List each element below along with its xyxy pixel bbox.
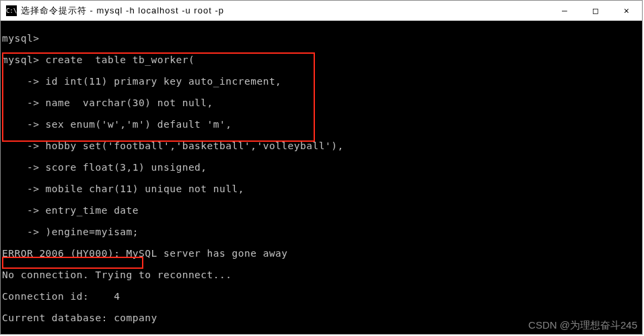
create-line: -> id int(11) primary key auto_increment… bbox=[2, 76, 642, 87]
window: C:\ 选择命令提示符 - mysql -h localhost -u root… bbox=[0, 0, 643, 335]
watermark: CSDN @为理想奋斗245 bbox=[528, 319, 637, 332]
create-line: -> score float(3,1) unsigned, bbox=[2, 162, 642, 173]
maximize-button[interactable]: □ bbox=[580, 1, 611, 20]
cmd-icon: C:\ bbox=[6, 5, 17, 16]
terminal[interactable]: mysql> mysql> create table tb_worker( ->… bbox=[1, 21, 642, 334]
close-button[interactable]: ✕ bbox=[611, 1, 642, 20]
error-line: ERROR 2006 (HY000): MySQL server has gon… bbox=[2, 248, 642, 259]
minimize-button[interactable]: — bbox=[549, 1, 580, 20]
window-title: 选择命令提示符 - mysql -h localhost -u root -p bbox=[21, 5, 549, 17]
create-line: -> entry_time date bbox=[2, 205, 642, 216]
reconnect-line: No connection. Trying to reconnect... bbox=[2, 269, 642, 280]
create-line: -> mobile char(11) unique not null, bbox=[2, 183, 642, 194]
create-line: -> hobby set('football','basketball','vo… bbox=[2, 140, 642, 151]
window-controls: — □ ✕ bbox=[549, 1, 642, 20]
create-line: -> name varchar(30) not null, bbox=[2, 97, 642, 108]
create-table-cmd: mysql> create table tb_worker( bbox=[2, 54, 642, 65]
prompt-line: mysql> bbox=[2, 33, 642, 44]
titlebar[interactable]: C:\ 选择命令提示符 - mysql -h localhost -u root… bbox=[1, 1, 642, 21]
create-line: -> )engine=myisam; bbox=[2, 226, 642, 237]
create-line: -> sex enum('w','m') default 'm', bbox=[2, 119, 642, 130]
conn-id-line: Connection id: 4 bbox=[2, 291, 642, 302]
